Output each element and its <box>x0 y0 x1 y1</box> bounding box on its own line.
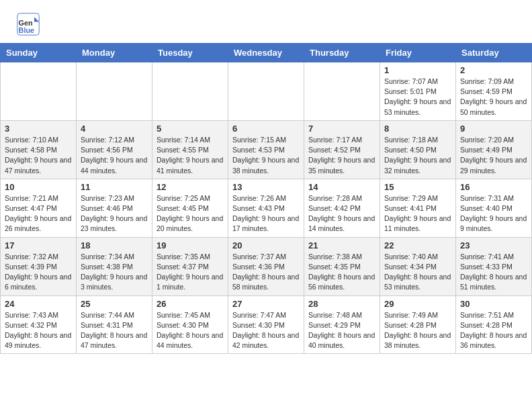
weekday-header-monday: Monday <box>77 44 152 62</box>
day-number: 15 <box>384 182 451 192</box>
day-info: Sunrise: 7:15 AM Sunset: 4:53 PM Dayligh… <box>232 135 300 176</box>
day-info: Sunrise: 7:26 AM Sunset: 4:43 PM Dayligh… <box>232 193 300 234</box>
day-number: 7 <box>308 124 375 134</box>
day-number: 26 <box>157 299 224 309</box>
day-info: Sunrise: 7:17 AM Sunset: 4:52 PM Dayligh… <box>308 135 375 176</box>
day-number: 4 <box>81 124 148 134</box>
calendar-cell: 26Sunrise: 7:45 AM Sunset: 4:30 PM Dayli… <box>152 295 228 354</box>
calendar-cell: 19Sunrise: 7:35 AM Sunset: 4:37 PM Dayli… <box>152 237 228 295</box>
week-row-0: 1Sunrise: 7:07 AM Sunset: 5:01 PM Daylig… <box>1 62 532 121</box>
day-info: Sunrise: 7:23 AM Sunset: 4:46 PM Dayligh… <box>81 193 148 234</box>
day-number: 5 <box>157 124 224 134</box>
calendar-cell: 15Sunrise: 7:29 AM Sunset: 4:41 PM Dayli… <box>380 179 456 237</box>
logo-icon: Gen Blue <box>16 12 40 36</box>
day-number: 27 <box>232 299 300 309</box>
calendar-cell: 30Sunrise: 7:51 AM Sunset: 4:28 PM Dayli… <box>456 295 532 354</box>
day-number: 13 <box>232 182 300 192</box>
calendar-cell <box>1 62 77 121</box>
calendar-cell: 25Sunrise: 7:44 AM Sunset: 4:31 PM Dayli… <box>77 295 152 354</box>
day-info: Sunrise: 7:18 AM Sunset: 4:50 PM Dayligh… <box>384 135 451 176</box>
calendar-cell: 2Sunrise: 7:09 AM Sunset: 4:59 PM Daylig… <box>456 62 532 121</box>
day-info: Sunrise: 7:38 AM Sunset: 4:35 PM Dayligh… <box>308 252 375 293</box>
calendar-cell: 7Sunrise: 7:17 AM Sunset: 4:52 PM Daylig… <box>304 120 380 179</box>
page-header: Gen Blue <box>0 0 532 43</box>
calendar-cell: 6Sunrise: 7:15 AM Sunset: 4:53 PM Daylig… <box>228 120 304 179</box>
calendar-cell: 1Sunrise: 7:07 AM Sunset: 5:01 PM Daylig… <box>380 62 456 121</box>
day-number: 18 <box>81 240 148 250</box>
day-info: Sunrise: 7:20 AM Sunset: 4:49 PM Dayligh… <box>460 135 527 176</box>
weekday-header-row: SundayMondayTuesdayWednesdayThursdayFrid… <box>1 44 532 62</box>
weekday-header-saturday: Saturday <box>456 44 532 62</box>
day-info: Sunrise: 7:10 AM Sunset: 4:58 PM Dayligh… <box>5 135 72 176</box>
calendar-cell: 24Sunrise: 7:43 AM Sunset: 4:32 PM Dayli… <box>1 295 77 354</box>
weekday-header-sunday: Sunday <box>1 44 77 62</box>
weekday-header-wednesday: Wednesday <box>228 44 304 62</box>
day-info: Sunrise: 7:31 AM Sunset: 4:40 PM Dayligh… <box>460 193 527 234</box>
day-number: 3 <box>5 124 72 134</box>
day-info: Sunrise: 7:51 AM Sunset: 4:28 PM Dayligh… <box>460 310 527 351</box>
calendar-cell: 5Sunrise: 7:14 AM Sunset: 4:55 PM Daylig… <box>152 120 228 179</box>
day-number: 17 <box>5 240 72 250</box>
day-number: 21 <box>308 240 375 250</box>
calendar-cell: 29Sunrise: 7:49 AM Sunset: 4:28 PM Dayli… <box>380 295 456 354</box>
calendar-cell <box>228 62 304 121</box>
calendar-cell: 14Sunrise: 7:28 AM Sunset: 4:42 PM Dayli… <box>304 179 380 237</box>
day-number: 22 <box>384 240 451 250</box>
calendar-cell: 10Sunrise: 7:21 AM Sunset: 4:47 PM Dayli… <box>1 179 77 237</box>
day-info: Sunrise: 7:29 AM Sunset: 4:41 PM Dayligh… <box>384 193 451 234</box>
calendar-cell <box>152 62 228 121</box>
day-number: 14 <box>308 182 375 192</box>
day-number: 9 <box>460 124 527 134</box>
day-info: Sunrise: 7:41 AM Sunset: 4:33 PM Dayligh… <box>460 252 527 293</box>
calendar-cell: 18Sunrise: 7:34 AM Sunset: 4:38 PM Dayli… <box>77 237 152 295</box>
day-info: Sunrise: 7:34 AM Sunset: 4:38 PM Dayligh… <box>81 252 148 293</box>
calendar-cell: 8Sunrise: 7:18 AM Sunset: 4:50 PM Daylig… <box>380 120 456 179</box>
calendar-cell: 12Sunrise: 7:25 AM Sunset: 4:45 PM Dayli… <box>152 179 228 237</box>
day-info: Sunrise: 7:07 AM Sunset: 5:01 PM Dayligh… <box>384 77 451 118</box>
day-number: 23 <box>460 240 527 250</box>
day-info: Sunrise: 7:35 AM Sunset: 4:37 PM Dayligh… <box>157 252 224 293</box>
day-info: Sunrise: 7:43 AM Sunset: 4:32 PM Dayligh… <box>5 310 72 351</box>
svg-text:Blue: Blue <box>19 26 34 34</box>
day-number: 29 <box>384 299 451 309</box>
day-number: 10 <box>5 182 72 192</box>
day-info: Sunrise: 7:09 AM Sunset: 4:59 PM Dayligh… <box>460 77 527 118</box>
calendar-cell: 17Sunrise: 7:32 AM Sunset: 4:39 PM Dayli… <box>1 237 77 295</box>
day-info: Sunrise: 7:48 AM Sunset: 4:29 PM Dayligh… <box>308 310 375 351</box>
day-number: 24 <box>5 299 72 309</box>
day-info: Sunrise: 7:45 AM Sunset: 4:30 PM Dayligh… <box>157 310 224 351</box>
day-info: Sunrise: 7:49 AM Sunset: 4:28 PM Dayligh… <box>384 310 451 351</box>
day-info: Sunrise: 7:12 AM Sunset: 4:56 PM Dayligh… <box>81 135 148 176</box>
calendar-cell: 16Sunrise: 7:31 AM Sunset: 4:40 PM Dayli… <box>456 179 532 237</box>
week-row-2: 10Sunrise: 7:21 AM Sunset: 4:47 PM Dayli… <box>1 179 532 237</box>
day-info: Sunrise: 7:47 AM Sunset: 4:30 PM Dayligh… <box>232 310 300 351</box>
day-info: Sunrise: 7:37 AM Sunset: 4:36 PM Dayligh… <box>232 252 300 293</box>
day-number: 8 <box>384 124 451 134</box>
calendar-body: 1Sunrise: 7:07 AM Sunset: 5:01 PM Daylig… <box>1 62 532 354</box>
day-number: 28 <box>308 299 375 309</box>
calendar-cell: 28Sunrise: 7:48 AM Sunset: 4:29 PM Dayli… <box>304 295 380 354</box>
day-number: 20 <box>232 240 300 250</box>
day-info: Sunrise: 7:28 AM Sunset: 4:42 PM Dayligh… <box>308 193 375 234</box>
day-number: 19 <box>157 240 224 250</box>
calendar-cell: 13Sunrise: 7:26 AM Sunset: 4:43 PM Dayli… <box>228 179 304 237</box>
day-info: Sunrise: 7:44 AM Sunset: 4:31 PM Dayligh… <box>81 310 148 351</box>
week-row-3: 17Sunrise: 7:32 AM Sunset: 4:39 PM Dayli… <box>1 237 532 295</box>
day-number: 25 <box>81 299 148 309</box>
calendar-cell <box>77 62 152 121</box>
calendar-cell <box>304 62 380 121</box>
calendar-cell: 23Sunrise: 7:41 AM Sunset: 4:33 PM Dayli… <box>456 237 532 295</box>
day-number: 11 <box>81 182 148 192</box>
day-info: Sunrise: 7:25 AM Sunset: 4:45 PM Dayligh… <box>157 193 224 234</box>
day-info: Sunrise: 7:21 AM Sunset: 4:47 PM Dayligh… <box>5 193 72 234</box>
weekday-header-tuesday: Tuesday <box>152 44 228 62</box>
calendar-cell: 9Sunrise: 7:20 AM Sunset: 4:49 PM Daylig… <box>456 120 532 179</box>
day-number: 12 <box>157 182 224 192</box>
calendar-cell: 11Sunrise: 7:23 AM Sunset: 4:46 PM Dayli… <box>77 179 152 237</box>
logo: Gen Blue <box>16 12 43 36</box>
day-number: 6 <box>232 124 300 134</box>
calendar-cell: 21Sunrise: 7:38 AM Sunset: 4:35 PM Dayli… <box>304 237 380 295</box>
day-number: 1 <box>384 65 451 75</box>
calendar-cell: 27Sunrise: 7:47 AM Sunset: 4:30 PM Dayli… <box>228 295 304 354</box>
day-info: Sunrise: 7:14 AM Sunset: 4:55 PM Dayligh… <box>157 135 224 176</box>
